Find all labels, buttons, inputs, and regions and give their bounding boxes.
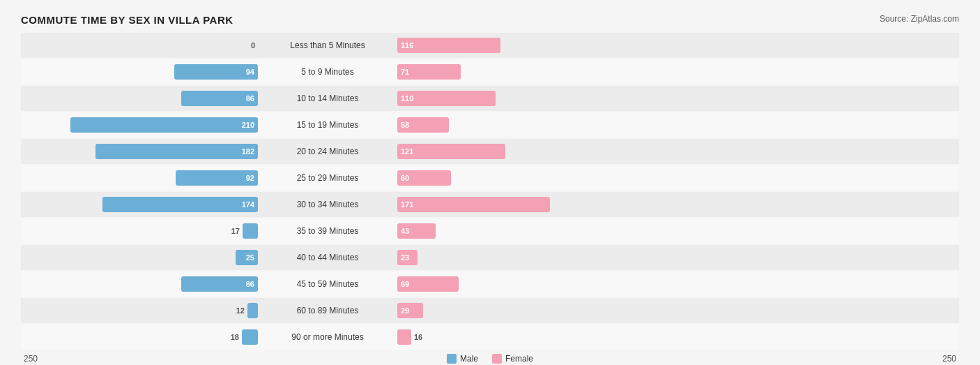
female-bar: 171 [397, 197, 550, 212]
row-label: 25 to 29 Minutes [258, 173, 397, 183]
left-bar-section: 25 [21, 245, 258, 270]
legend-female: Female [492, 354, 533, 364]
right-bar-section: 29 [397, 298, 648, 323]
female-value: 71 [401, 68, 409, 76]
table-row: 18220 to 24 Minutes121 [21, 139, 959, 164]
row-label: 5 to 9 Minutes [258, 67, 397, 77]
table-row: 8610 to 14 Minutes110 [21, 86, 959, 111]
right-bar-section: 43 [397, 218, 648, 244]
row-label: 45 to 59 Minutes [258, 279, 397, 289]
left-bar-section: 12 [21, 298, 258, 323]
row-label: 30 to 34 Minutes [258, 200, 397, 209]
row-label: Less than 5 Minutes [258, 40, 397, 50]
female-bar: 29 [397, 303, 423, 318]
row-label: 20 to 24 Minutes [258, 147, 397, 156]
right-bar-section: 23 [397, 245, 648, 270]
female-value: 58 [401, 121, 409, 129]
male-value: 25 [246, 253, 254, 262]
male-value: 18 [231, 333, 239, 341]
table-row: 1890 or more Minutes16 [21, 325, 959, 350]
row-label: 40 to 44 Minutes [258, 253, 397, 262]
female-bar: 58 [397, 117, 449, 133]
female-value: 110 [401, 94, 413, 103]
female-bar: 69 [397, 276, 459, 292]
right-bar-section: 116 [397, 33, 648, 58]
right-bar-section: 110 [397, 86, 648, 111]
female-bar: 60 [397, 170, 451, 186]
chart-header: COMMUTE TIME BY SEX IN VILLA PARK Source… [21, 14, 959, 26]
row-label: 35 to 39 Minutes [258, 226, 397, 236]
table-row: 17430 to 34 Minutes171 [21, 192, 959, 217]
male-value: 86 [246, 94, 254, 103]
female-value: 23 [401, 253, 409, 262]
left-bar-section: 86 [21, 86, 258, 111]
chart-container: COMMUTE TIME BY SEX IN VILLA PARK Source… [21, 14, 959, 364]
right-bar-section: 121 [397, 139, 648, 164]
male-bar [247, 303, 258, 318]
legend-male: Male [447, 354, 478, 364]
male-bar: 92 [176, 170, 258, 186]
chart-source: Source: ZipAtlas.com [880, 14, 959, 24]
female-value: 43 [401, 227, 409, 235]
left-bar-section: 0 [21, 33, 258, 58]
male-value: 86 [246, 280, 254, 288]
female-bar: 23 [397, 250, 418, 265]
left-bar-section: 86 [21, 271, 258, 297]
legend: Male Female [447, 354, 533, 364]
female-value: 121 [401, 147, 413, 156]
male-bar [243, 223, 258, 239]
male-bar [242, 329, 258, 345]
legend-male-label: Male [460, 354, 478, 364]
female-bar [397, 329, 411, 345]
male-bar: 86 [181, 276, 258, 292]
chart-footer: 250 Male Female 250 [21, 354, 959, 364]
chart-area: 0Less than 5 Minutes116945 to 9 Minutes7… [21, 33, 959, 350]
axis-min-label: 250 [24, 354, 38, 364]
right-bar-section: 60 [397, 165, 648, 191]
female-value: 69 [401, 280, 409, 288]
male-value: 12 [236, 306, 245, 315]
row-label: 90 or more Minutes [258, 332, 397, 342]
right-bar-section: 69 [397, 271, 648, 297]
row-label: 15 to 19 Minutes [258, 120, 397, 130]
left-bar-section: 94 [21, 59, 258, 84]
female-value: 29 [401, 306, 409, 315]
table-row: 0Less than 5 Minutes116 [21, 33, 959, 58]
table-row: 8645 to 59 Minutes69 [21, 271, 959, 297]
male-value: 17 [231, 227, 240, 235]
legend-female-label: Female [505, 354, 533, 364]
right-bar-section: 71 [397, 59, 648, 84]
female-value: 116 [401, 41, 413, 50]
female-bar: 43 [397, 223, 436, 239]
female-bar: 121 [397, 144, 505, 159]
right-bar-section: 16 [397, 325, 648, 350]
left-bar-section: 18 [21, 325, 258, 350]
female-bar: 116 [397, 38, 500, 53]
male-bar: 174 [102, 197, 258, 212]
table-row: 945 to 9 Minutes71 [21, 59, 959, 84]
left-bar-section: 174 [21, 192, 258, 217]
left-bar-section: 210 [21, 112, 258, 137]
male-bar: 94 [174, 64, 258, 80]
chart-title: COMMUTE TIME BY SEX IN VILLA PARK [21, 14, 233, 26]
female-value: 60 [401, 174, 409, 182]
male-value: 182 [242, 147, 254, 156]
table-row: 9225 to 29 Minutes60 [21, 165, 959, 191]
male-value: 94 [246, 68, 254, 76]
female-value: 171 [401, 200, 413, 209]
female-bar: 71 [397, 64, 461, 80]
table-row: 2540 to 44 Minutes23 [21, 245, 959, 270]
female-bar: 110 [397, 91, 496, 106]
left-bar-section: 17 [21, 218, 258, 244]
row-label: 10 to 14 Minutes [258, 94, 397, 103]
male-value: 174 [242, 200, 254, 209]
left-bar-section: 182 [21, 139, 258, 164]
male-bar: 210 [70, 117, 258, 133]
left-bar-section: 92 [21, 165, 258, 191]
row-label: 60 to 89 Minutes [258, 306, 397, 315]
male-bar: 25 [236, 250, 258, 265]
legend-female-box [492, 354, 502, 364]
right-bar-section: 58 [397, 112, 648, 137]
table-row: 1735 to 39 Minutes43 [21, 218, 959, 244]
male-bar: 86 [181, 91, 258, 106]
